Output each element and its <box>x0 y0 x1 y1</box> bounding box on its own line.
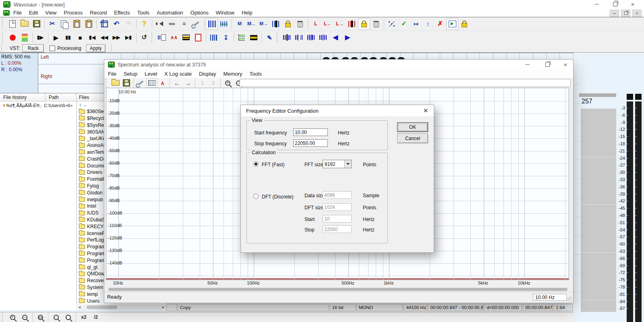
envelope-delete-button[interactable]: ✗ <box>434 18 446 30</box>
stop-frequency-input[interactable] <box>293 139 328 147</box>
pencil-edit-button[interactable]: ✎ <box>263 32 275 43</box>
history-row[interactable]: %ó¶¸ÃÅµÄÏÃ-Ê®¸ö... C:\Users\ß÷ß÷... <box>0 102 77 109</box>
save-file-button[interactable] <box>31 18 43 30</box>
spectrum-horizontal-scrollbar[interactable] <box>108 288 567 291</box>
statistics-button[interactable]: ↧ <box>220 32 232 43</box>
peak-display-mode-button[interactable]: ∧ <box>157 78 168 88</box>
spectrum-analysis-button[interactable]: ∧∧ <box>168 32 180 43</box>
waveform-document-button[interactable] <box>156 32 168 43</box>
insert-silence-button[interactable] <box>281 32 293 43</box>
menu-record[interactable]: Record <box>86 9 110 17</box>
resize-grip[interactable] <box>567 297 572 302</box>
marker-lock-button[interactable] <box>282 18 294 30</box>
mdi-restore-button[interactable] <box>621 10 630 17</box>
menu-tools[interactable]: Tools <box>134 9 153 17</box>
zoom-half-button[interactable]: /2 <box>90 312 102 322</box>
loop-delete-button[interactable] <box>370 18 382 30</box>
dft-radio[interactable] <box>253 194 259 199</box>
open-spectrum-button[interactable] <box>110 78 121 88</box>
redo-button[interactable]: ↷ <box>122 18 135 30</box>
preferences-wrench-button[interactable] <box>190 18 202 30</box>
restore-button[interactable] <box>608 0 622 8</box>
menu-effects[interactable]: Effects <box>110 9 134 17</box>
options-list-button[interactable]: ≡ <box>178 18 190 30</box>
spectrum-maximize-button[interactable] <box>540 60 555 69</box>
combobox-dropdown-icon[interactable] <box>344 160 351 168</box>
scroll-right-button[interactable]: ► <box>160 304 166 310</box>
record-button[interactable] <box>6 32 19 43</box>
spectrum-titlebar[interactable]: Spectrum analysis of new.wav at 37375 × <box>104 60 573 70</box>
previous-frame-button[interactable]: ← <box>172 78 182 88</box>
marker-next-button[interactable]: M→ <box>258 18 270 30</box>
fade-in-button[interactable]: ◀ <box>329 32 342 43</box>
open-file-button[interactable] <box>19 18 31 30</box>
spectrum-menu-file[interactable]: File <box>104 70 120 78</box>
menu-window[interactable]: Window <box>212 9 238 17</box>
spectrum-minimize-button[interactable] <box>520 60 534 69</box>
waveform-oscilloscope-button[interactable] <box>248 32 260 43</box>
bar-display-mode-button[interactable] <box>146 78 157 88</box>
data-size-input[interactable] <box>323 191 352 199</box>
channel-1-button[interactable]: 1 <box>197 78 208 88</box>
menu-file[interactable]: File <box>10 9 25 17</box>
pause-button[interactable]: ▮▮ <box>62 32 74 43</box>
loop-point-next-button[interactable]: L→ <box>334 18 346 30</box>
loop-lock-button[interactable] <box>358 18 370 30</box>
fft-radio[interactable] <box>253 161 259 167</box>
split-blocks-button[interactable] <box>317 32 329 43</box>
dialog-close-button[interactable]: ✕ <box>421 107 431 115</box>
vst-rack-button[interactable]: Rack <box>22 44 44 52</box>
cut-button[interactable]: ✂ <box>46 18 58 30</box>
fft-size-combobox[interactable]: 8192 <box>323 160 352 168</box>
undo-button[interactable]: ↶ <box>110 18 122 30</box>
menu-view[interactable]: View <box>41 9 60 17</box>
spectrum-menu-memory[interactable]: Memory <box>220 70 246 78</box>
spectrum-menu-setup[interactable]: Setup <box>120 70 141 78</box>
play-from-cursor-button[interactable]: ▮▶ <box>34 32 46 43</box>
envelope-vertical-button[interactable]: ↕ <box>422 18 434 30</box>
wave-scrollbar-fragment[interactable] <box>579 93 616 97</box>
next-frame-button[interactable]: → <box>182 78 193 88</box>
processing-checkbox[interactable] <box>50 45 55 51</box>
envelope-line-button[interactable]: ↦ <box>410 18 422 30</box>
marker-on-waveform-button[interactable] <box>270 18 282 30</box>
zoom-window-button[interactable] <box>62 312 74 322</box>
waveform-vertical-display-button[interactable] <box>206 18 218 30</box>
new-file-button[interactable] <box>6 18 19 30</box>
spectrum-menu-tools[interactable]: Tools <box>246 70 265 78</box>
clip-indicator-right[interactable] <box>635 94 642 100</box>
envelope-lock-button[interactable] <box>458 18 470 30</box>
spectrum-menu-x-log-scale[interactable]: X Log scale <box>161 70 195 78</box>
menu-options[interactable]: Options <box>187 9 212 17</box>
go-to-start-button[interactable]: ▮◀ <box>86 32 98 43</box>
rewind-button[interactable]: ◀◀ <box>98 32 110 43</box>
waveform-markers-button[interactable] <box>208 32 220 43</box>
help-button[interactable]: ? <box>138 18 150 30</box>
spectrum-menu-level[interactable]: Level <box>141 70 161 78</box>
sonogram-button[interactable] <box>180 32 192 43</box>
marker-insert-button[interactable]: M <box>234 18 246 30</box>
save-spectrum-button[interactable] <box>121 78 132 88</box>
menu-help[interactable]: Help <box>238 9 256 17</box>
dialog-titlebar[interactable]: Frequency Editor Configuration <box>241 105 434 116</box>
marker-delete-button[interactable] <box>294 18 306 30</box>
zoom-in-button[interactable]: + <box>6 312 19 322</box>
envelope-apply-button[interactable]: ✓ <box>398 18 410 30</box>
ok-button[interactable]: OK <box>397 122 428 132</box>
loop-point-insert-button[interactable]: L <box>310 18 322 30</box>
copy-button[interactable] <box>58 18 70 30</box>
loop-on-waveform-button[interactable] <box>346 18 358 30</box>
fast-forward-button[interactable]: ▶▶ <box>110 32 122 43</box>
remove-silence-button[interactable] <box>293 32 305 43</box>
stop-button[interactable]: ■ <box>74 32 86 43</box>
envelope-play-button[interactable] <box>446 18 458 30</box>
spectrum-menu-display[interactable]: Display <box>195 70 220 78</box>
zoom-out-button[interactable]: − <box>19 312 31 322</box>
channel-analysis-button[interactable] <box>236 32 248 43</box>
menu-automation[interactable]: Automation <box>153 9 187 17</box>
mdi-minimize-button[interactable] <box>610 10 619 17</box>
scroll-left-button[interactable]: ◄ <box>77 304 83 310</box>
dft-stop-input[interactable] <box>323 225 352 233</box>
audio-device-button[interactable] <box>154 18 166 30</box>
zoom-in-button[interactable]: + <box>222 78 233 88</box>
